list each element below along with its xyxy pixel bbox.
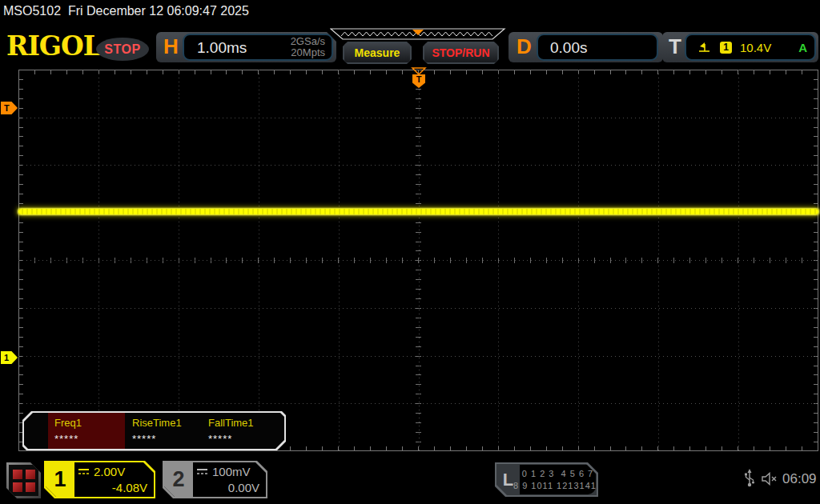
- usb-icon: [743, 469, 756, 488]
- grid-hline: [18, 260, 818, 261]
- horizontal-menu-block[interactable]: H 1.00ms 2GSa/s 20Mpts: [156, 32, 336, 62]
- measurement-label: RiseTime1: [132, 417, 182, 429]
- trigger-source-badge: 1: [720, 42, 732, 54]
- trigger-level-marker-label: T: [4, 103, 10, 113]
- measurement-risetime1[interactable]: RiseTime1 *****: [126, 413, 203, 449]
- stop-run-button-label: STOP/RUN: [432, 46, 489, 59]
- channel1-inner: 1 2.00V -4.08V: [46, 462, 154, 497]
- channel1-trace[interactable]: [18, 209, 818, 214]
- delay-menu-block[interactable]: D 0.00s: [508, 32, 663, 62]
- channel2-status-block[interactable]: 2 100mV 0.00V: [163, 461, 267, 498]
- timebase-box[interactable]: 1.00ms 2GSa/s 20Mpts: [183, 34, 333, 61]
- trigger-position-pointer-icon: [411, 67, 427, 75]
- channel2-scale: 100mV: [212, 465, 251, 478]
- stop-run-button[interactable]: STOP/RUN: [423, 42, 499, 64]
- channel1-number-tab[interactable]: 1: [46, 462, 74, 497]
- grid-hline: [18, 165, 818, 166]
- sound-muted-icon[interactable]: [761, 472, 780, 486]
- run-state-badge: STOP: [96, 38, 149, 61]
- channel2-inner: 2 100mV 0.00V: [164, 462, 266, 497]
- channel2-number-tab[interactable]: 2: [164, 462, 193, 497]
- waveform-display-area: [18, 70, 818, 451]
- measurement-label: Freq1: [54, 417, 82, 429]
- dc-coupling-icon: [196, 467, 208, 476]
- rising-edge-trigger-icon: [697, 41, 712, 54]
- grid-hline: [18, 403, 818, 404]
- trigger-level-value: 10.4V: [740, 41, 771, 54]
- measurement-value: *****: [54, 433, 78, 445]
- trigger-position-marker-label: T: [416, 74, 422, 84]
- logic-row2: 8 9 1011 12131415: [513, 480, 602, 492]
- channel1-offset-marker-label: 1: [4, 353, 9, 362]
- trigger-box[interactable]: 1 10.4V A: [685, 34, 816, 61]
- function-navigation-button[interactable]: [6, 462, 41, 498]
- clock: 06:09: [782, 471, 817, 487]
- channel2-values: 100mV 0.00V: [196, 464, 259, 495]
- measurement-label: FallTime1: [208, 417, 254, 429]
- measurement-value: *****: [132, 433, 156, 445]
- delay-box[interactable]: 0.00s: [537, 34, 658, 61]
- grid-hline: [18, 356, 818, 357]
- logic-inner: L 0 1 2 3 4 5 6 7 8 9 1011 12131415: [496, 464, 597, 495]
- delay-value: 0.00s: [550, 39, 587, 57]
- channel1-values: 2.00V -4.08V: [78, 464, 147, 495]
- trigger-sweep-mode: A: [798, 41, 807, 54]
- trigger-level-marker[interactable]: T: [1, 102, 18, 114]
- waveform-preview-strip[interactable]: [330, 28, 506, 41]
- run-state-label: STOP: [104, 42, 140, 57]
- delay-label: D: [517, 34, 532, 59]
- channel2-offset: 0.00V: [228, 481, 259, 494]
- measurement-falltime1[interactable]: FallTime1 *****: [202, 413, 279, 449]
- grid-hline: [18, 308, 818, 309]
- rigol-logo: RIGOL: [6, 30, 101, 62]
- measurement-panel: Freq1 ***** RiseTime1 ***** FallTime1 **…: [22, 411, 286, 450]
- trigger-label: T: [669, 34, 681, 59]
- channel1-scale: 2.00V: [94, 465, 125, 478]
- timebase-value: 1.00ms: [197, 39, 247, 57]
- acquisition-info: 2GSa/s 20Mpts: [291, 36, 325, 58]
- window-title: MSO5102 Fri December 12 06:09:47 2025: [3, 4, 249, 18]
- oscilloscope-screen: MSO5102 Fri December 12 06:09:47 2025 RI…: [0, 0, 820, 504]
- grid-hline: [18, 118, 818, 118]
- measure-button-label: Measure: [355, 46, 400, 59]
- sample-rate: 2GSa/s: [291, 36, 325, 47]
- trigger-menu-block[interactable]: T 1 10.4V A: [662, 32, 818, 62]
- measurement-panel-body: Freq1 ***** RiseTime1 ***** FallTime1 **…: [24, 413, 284, 449]
- channel1-status-block[interactable]: 1 2.00V -4.08V: [44, 461, 155, 498]
- app-grid-icon: [9, 465, 38, 496]
- logic-analyzer-block[interactable]: L 0 1 2 3 4 5 6 7 8 9 1011 12131415: [495, 462, 598, 497]
- measurement-value: *****: [208, 433, 232, 445]
- logic-channel-list: 0 1 2 3 4 5 6 7 8 9 1011 12131415: [520, 465, 596, 494]
- dc-coupling-icon: [78, 467, 90, 476]
- measurement-freq1[interactable]: Freq1 *****: [48, 413, 125, 449]
- channel1-offset: -4.08V: [112, 481, 147, 494]
- channel1-offset-marker[interactable]: 1: [1, 351, 18, 364]
- memory-depth: 20Mpts: [291, 47, 325, 58]
- logic-row1: 0 1 2 3 4 5 6 7: [522, 468, 593, 480]
- horizontal-label: H: [163, 34, 179, 59]
- measure-button[interactable]: Measure: [343, 42, 412, 64]
